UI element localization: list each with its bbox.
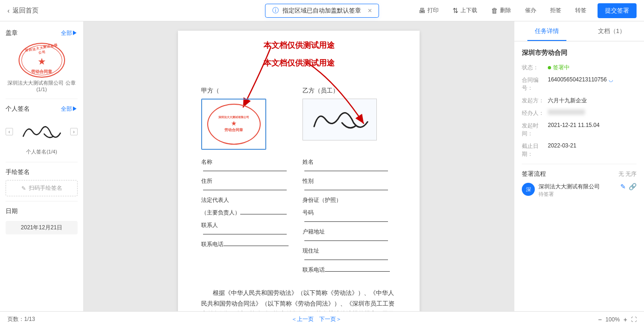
deadline-value: 2022-03-21 — [548, 142, 637, 149]
page-nav: ＜上一页 下一页＞ — [291, 315, 342, 323]
sig-prev-btn[interactable]: ‹ — [6, 128, 13, 135]
download-btn[interactable]: ⇅ 上下载 — [450, 5, 480, 17]
left-party-label: 甲方（ — [201, 87, 295, 95]
field-main-person: （主要负责人） — [201, 209, 295, 217]
time-row: 发起时间： 2021-12-21 11.15.04 — [522, 122, 637, 138]
reject-btn[interactable]: 拒签 — [547, 5, 564, 16]
field-hometown: 户籍地址 — [302, 228, 396, 242]
field-id: 身份证（护照） — [302, 196, 396, 204]
toolbar-actions: 🖶 打印 ⇅ 上下载 🗑 删除 催办 拒签 转签 提交签署 — [416, 3, 637, 18]
handler-blurred — [548, 109, 585, 115]
next-page-btn[interactable]: 下一页＞ — [319, 315, 342, 323]
zoom-out-btn[interactable]: − — [598, 316, 602, 323]
stamp-circle-inner: 深圳法大大测试有限公司 ★ 劳动合同章 — [21, 45, 62, 75]
right-fields: 姓名 性别 身份证（护照） 号码 户籍地址 现住址 联系电话 — [302, 158, 396, 279]
notification-text: 指定区域已自动加盖默认签章 — [283, 7, 361, 15]
personal-sig-title: 个人签名 — [6, 105, 30, 113]
handwriting-btn[interactable]: ✎ 扫码手绘签名 — [6, 180, 78, 196]
zoom-in-btn[interactable]: + — [624, 316, 627, 323]
process-avatar: 深 — [522, 183, 535, 196]
delete-btn[interactable]: 🗑 删除 — [488, 5, 514, 16]
left-sig-box[interactable]: 深圳法大大测试有限公司 ★ 劳动合同章 — [201, 99, 266, 150]
date-value[interactable]: 2021年12月21日 — [6, 221, 78, 234]
process-info: 深圳法大大测试有限公司 待签署 — [539, 183, 617, 198]
remind-btn[interactable]: 催办 — [522, 5, 539, 16]
main-content: 盖章 全部▶ 深圳法大大测试有限公司 ★ 劳动合同章 深圳法大大测试有限公司 公… — [0, 21, 644, 311]
field-fullname: 姓名 — [302, 158, 396, 173]
section-divider — [522, 164, 637, 164]
status-row: 状态： 签署中 — [522, 64, 637, 72]
form-fields-row: 名称 住所 法定代表人 （主要负责人） 联系人 联系电话 姓名 性别 身份证（护… — [201, 158, 396, 279]
deadline-row: 截止日期： 2022-03-21 — [522, 142, 637, 158]
download-icon: ⇅ — [453, 7, 459, 15]
watermark-area: 本文档仅供测试用途 — [178, 40, 420, 51]
toolbar: ‹ 返回首页 ⓘ 指定区域已自动加盖默认签章 ✕ 🖶 打印 ⇅ 上下载 🗑 删除… — [0, 0, 644, 21]
right-party-label: 乙方（员工） — [302, 87, 396, 95]
status-dot — [548, 66, 551, 69]
field-legal-rep: 法定代表人 — [201, 196, 295, 204]
handwriting-header: 手绘签名 — [0, 165, 83, 178]
watermark-area-2: 本文档仅供测试用途 — [178, 58, 420, 68]
field-phone-right: 联系电话 — [302, 266, 396, 274]
handwriting-title: 手绘签名 — [6, 168, 30, 176]
submit-btn[interactable]: 提交签署 — [598, 3, 637, 18]
contract-no-label: 合同编号： — [522, 76, 548, 92]
process-item: 深 深圳法大大测试有限公司 待签署 ✎ 🔗 — [522, 183, 637, 198]
stamp-circle: 深圳法大大测试有限公司 ★ 劳动合同章 — [19, 43, 65, 78]
company-stamp-item[interactable]: 深圳法大大测试有限公司 ★ 劳动合同章 深圳法大大测试有限公司 公章(1/1) — [0, 39, 83, 96]
tab-doc[interactable]: 文档（1） — [579, 21, 644, 41]
field-id-number: 号码 — [302, 209, 396, 223]
parties-row: 甲方（ 深圳法大大测试有限公司 ★ 劳动合同章 乙方（员工） — [201, 87, 396, 154]
right-tabs: 任务详情 文档（1） — [514, 21, 644, 41]
personal-all-link[interactable]: 全部▶ — [61, 105, 78, 113]
print-btn[interactable]: 🖶 打印 — [416, 5, 441, 16]
doc-viewer: 本文档仅供测试用途 本文档仅供测试用途 — [84, 21, 514, 311]
doc-stamp: 深圳法大大测试有限公司 ★ 劳动合同章 — [207, 104, 261, 145]
watermark-2: 本文档仅供测试用途 — [263, 58, 335, 68]
field-current-address: 现住址 — [302, 247, 396, 261]
back-btn[interactable]: ‹ 返回首页 — [7, 7, 39, 15]
tab-task-details[interactable]: 任务详情 — [514, 21, 579, 41]
field-phone-left: 联系电话 — [201, 240, 295, 248]
doc-signature-svg — [307, 103, 372, 136]
status-label: 状态： — [522, 64, 548, 72]
stamp-all-link[interactable]: 全部▶ — [61, 29, 78, 37]
personal-sig-header: 个人签名 全部▶ — [0, 102, 83, 115]
right-sig-box[interactable] — [302, 99, 377, 140]
left-sidebar: 盖章 全部▶ 深圳法大大测试有限公司 ★ 劳动合同章 深圳法大大测试有限公司 公… — [0, 21, 84, 311]
sig-next-btn[interactable]: › — [70, 128, 78, 135]
process-status: 待签署 — [539, 191, 617, 198]
time-value: 2021-12-21 11.15.04 — [548, 122, 637, 128]
page-info: 页数：1/13 — [7, 315, 35, 323]
copy-btn[interactable]: ◡ — [609, 77, 613, 83]
deadline-label: 截止日期： — [522, 142, 548, 158]
process-edit-icon[interactable]: ✎ — [620, 183, 626, 190]
field-contact: 联系人 — [201, 221, 295, 236]
issuer-row: 发起方： 六月十九新企业 — [522, 97, 637, 105]
sig-image[interactable] — [13, 118, 70, 146]
date-title: 日期 — [6, 207, 18, 215]
watermark-1: 本文档仅供测试用途 — [263, 40, 335, 51]
process-header: 签署流程 无 无序 — [522, 170, 637, 178]
divider-3 — [6, 201, 78, 201]
info-icon: ⓘ — [272, 7, 279, 15]
delete-icon: 🗑 — [491, 7, 498, 14]
doc-footer: 页数：1/13 ＜上一页 下一页＞ − 100% + ⛶ — [0, 311, 644, 327]
right-content: 深圳市劳动合同 状态： 签署中 合同编号： 164005650421311075… — [514, 41, 644, 209]
fullscreen-icon[interactable]: ⛶ — [631, 316, 637, 323]
close-notification-btn[interactable]: ✕ — [368, 7, 372, 14]
time-label: 发起时间： — [522, 122, 548, 138]
process-company-name: 深圳法大大测试有限公司 — [539, 183, 617, 191]
handler-value — [548, 109, 637, 115]
field-gender: 性别 — [302, 177, 396, 192]
issuer-value: 六月十九新企业 — [548, 97, 637, 105]
prev-page-btn[interactable]: ＜上一页 — [291, 315, 314, 323]
field-name: 名称 — [201, 158, 295, 173]
no-process-label: 无 无序 — [618, 170, 637, 178]
zoom-level: 100% — [605, 316, 620, 323]
notification-banner: ⓘ 指定区域已自动加盖默认签章 ✕ — [265, 4, 379, 18]
transfer-btn[interactable]: 转签 — [572, 5, 589, 16]
stamp-label: 深圳法大大测试有限公司 公章(1/1) — [6, 80, 78, 92]
process-link-icon[interactable]: 🔗 — [629, 183, 637, 190]
handwriting-section: ✎ 扫码手绘签名 — [0, 178, 83, 198]
